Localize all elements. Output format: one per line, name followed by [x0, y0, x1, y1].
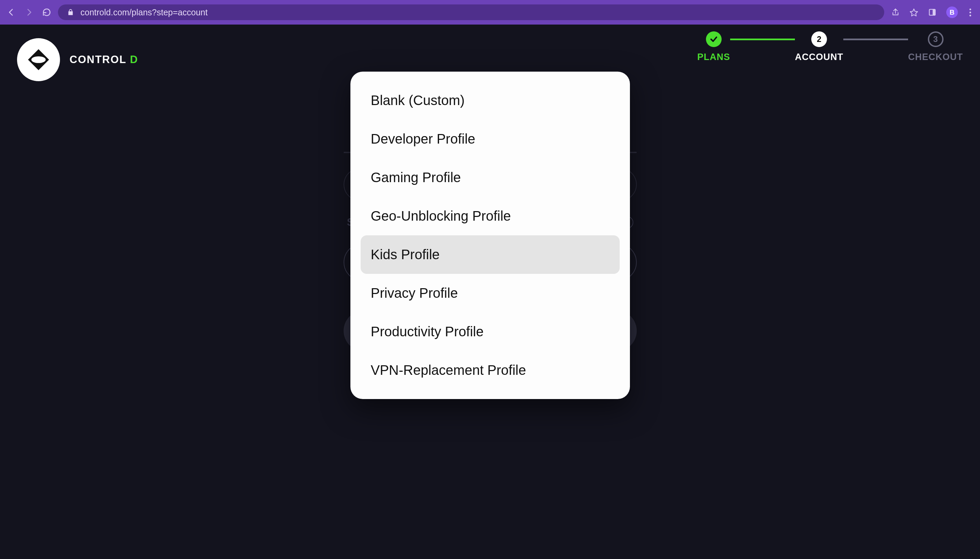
check-icon [706, 31, 722, 47]
lock-icon [67, 8, 74, 16]
browser-action-icons: B [891, 7, 973, 18]
step-checkout[interactable]: 3 CHECKOUT [908, 31, 963, 63]
profile-avatar[interactable]: B [946, 7, 958, 18]
step-label: ACCOUNT [795, 52, 843, 63]
avatar-letter: B [950, 8, 954, 17]
logo-text: CONTROL D [69, 53, 139, 66]
chrome-menu-icon[interactable] [967, 7, 973, 18]
reload-icon[interactable] [42, 8, 51, 17]
star-icon[interactable] [909, 8, 918, 17]
page-content: CONTROL D PLANS 2 ACCOUNT 3 CHECKOUT Cre… [0, 25, 980, 559]
step-label: CHECKOUT [908, 52, 963, 63]
step-connector [730, 38, 795, 40]
dropdown-option[interactable]: Productivity Profile [361, 313, 620, 351]
back-icon[interactable] [7, 8, 16, 17]
step-account[interactable]: 2 ACCOUNT [795, 31, 843, 63]
profile-dropdown[interactable]: Blank (Custom)Developer ProfileGaming Pr… [350, 72, 630, 399]
logo-text-main: CONTROL [69, 53, 130, 66]
step-number: 3 [928, 31, 944, 47]
share-icon[interactable] [891, 8, 900, 17]
dropdown-option[interactable]: Blank (Custom) [361, 81, 620, 120]
dropdown-option[interactable]: Developer Profile [361, 120, 620, 158]
step-connector [843, 38, 908, 40]
dropdown-option[interactable]: Privacy Profile [361, 274, 620, 313]
address-bar-url: controld.com/plans?step=account [81, 8, 208, 17]
extensions-icon[interactable] [928, 8, 937, 17]
logo-text-accent: D [130, 53, 138, 66]
svg-marker-0 [910, 9, 917, 16]
nav-buttons [7, 8, 51, 17]
step-number: 2 [811, 31, 827, 47]
dropdown-option[interactable]: Geo-Unblocking Profile [361, 197, 620, 235]
address-bar[interactable]: controld.com/plans?step=account [58, 5, 884, 20]
dropdown-option[interactable]: Kids Profile [361, 235, 620, 274]
forward-icon[interactable] [25, 8, 33, 17]
browser-toolbar: controld.com/plans?step=account B [0, 0, 980, 25]
logo-mark [17, 38, 60, 81]
step-plans[interactable]: PLANS [697, 31, 730, 63]
dropdown-option[interactable]: Gaming Profile [361, 158, 620, 197]
step-label: PLANS [697, 52, 730, 63]
svg-point-4 [31, 56, 46, 63]
svg-rect-2 [933, 9, 935, 15]
progress-stepper: PLANS 2 ACCOUNT 3 CHECKOUT [697, 31, 963, 63]
dropdown-option[interactable]: VPN-Replacement Profile [361, 351, 620, 389]
